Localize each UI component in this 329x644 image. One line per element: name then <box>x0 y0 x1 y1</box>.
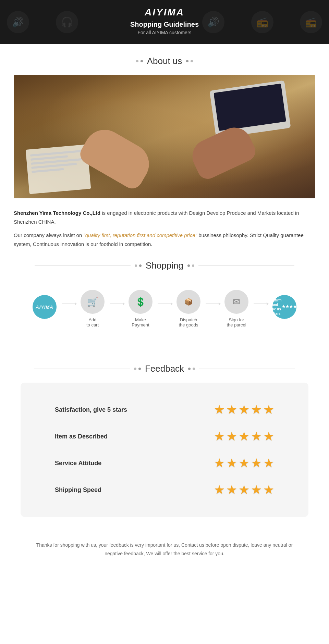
divider-dots-right <box>186 60 193 62</box>
star-3: ★ <box>239 402 249 417</box>
divider-line-right <box>199 369 295 369</box>
paper-line <box>30 150 84 157</box>
dot <box>191 60 193 62</box>
feedback-card: Satisfaction, give 5 stars ★ ★ ★ ★ ★ Ite… <box>21 383 308 517</box>
star-4: ★ <box>251 429 262 444</box>
shipping-label: Shipping Speed <box>55 486 130 494</box>
feedback-row-described: Item as Described ★ ★ ★ ★ ★ <box>41 423 288 450</box>
highlight-quote: "quality first, reputation first and com… <box>83 232 197 238</box>
star-1: ★ <box>214 456 225 470</box>
star-3: ★ <box>239 429 249 444</box>
about-title: About us <box>147 56 182 66</box>
flow-arrow-1 <box>62 304 75 304</box>
header-title: Shopping Guidelines <box>0 21 329 28</box>
star-1: ★ <box>214 429 225 444</box>
feedback-title: Feedback <box>145 363 184 374</box>
star-5: ★ <box>263 483 274 497</box>
dot <box>135 264 137 267</box>
dot <box>134 368 136 370</box>
header-subtitle: For all AIYIMA customers <box>0 30 329 35</box>
dot <box>139 264 142 267</box>
brand-circle: AIYIMA <box>33 295 57 319</box>
about-paragraph-2: Our company always insist on "quality fi… <box>14 231 315 248</box>
described-label: Item as Described <box>55 433 130 440</box>
divider-line-right <box>197 61 293 61</box>
divider-dots-left <box>136 60 143 62</box>
footer-text: Thanks for shopping with us, your feedba… <box>0 531 329 572</box>
divider-line-right <box>198 265 294 266</box>
feedback-divider: Feedback <box>14 363 315 374</box>
dot <box>187 264 190 267</box>
feedback-section: Feedback Satisfaction, give 5 stars ★ ★ … <box>0 363 329 531</box>
flow-step-confirm: Confirm andgive us 5 stars ★★★ ★★ <box>267 295 302 322</box>
about-text: Shenzhen Yima Technology Co.,Ltd is enga… <box>14 209 315 248</box>
divider-line-left <box>34 369 130 369</box>
star-2: ★ <box>226 402 237 417</box>
star-3: ★ <box>239 456 249 470</box>
dispatch-circle: 📦 <box>176 290 200 314</box>
flow-arrow-4 <box>206 304 219 304</box>
shopping-section: Shopping AIYIMA 🛒 Addto cart 💲 MakePayme… <box>0 260 329 351</box>
star-1: ★ <box>214 402 225 417</box>
shopping-title: Shopping <box>146 260 183 271</box>
divider-dots-left <box>135 264 142 267</box>
divider-dots-left <box>134 368 141 370</box>
divider-dots-right <box>187 264 194 267</box>
flow-step-dispatch: 📦 Dispatchthe goods <box>171 290 206 327</box>
described-stars: ★ ★ ★ ★ ★ <box>214 429 274 444</box>
about-section: About us Shenzhen Yima Technology Co.,Lt… <box>0 56 329 248</box>
header: 🔊 🎧 🔊 📻 📻 AIYIMA Shopping Guidelines For… <box>0 0 329 44</box>
service-stars: ★ ★ ★ ★ ★ <box>214 456 274 470</box>
divider-dots-right <box>188 368 195 370</box>
flow-label-cart: Addto cart <box>86 317 99 327</box>
star-4: ★ <box>251 456 262 470</box>
flow-arrow-5 <box>254 304 267 304</box>
flow-step-cart: 🛒 Addto cart <box>75 290 110 327</box>
dot <box>193 368 195 370</box>
star-4: ★ <box>251 483 262 497</box>
dot <box>192 264 194 267</box>
star-1: ★ <box>214 483 225 497</box>
shopping-divider: Shopping <box>14 260 315 271</box>
star-2: ★ <box>226 483 237 497</box>
flow-label-sign: Sign forthe parcel <box>227 317 246 327</box>
star-5: ★ <box>263 402 274 417</box>
confirm-circle: Confirm andgive us 5 stars ★★★ ★★ <box>272 295 296 319</box>
dot <box>188 368 191 370</box>
sign-circle: ✉ <box>224 290 248 314</box>
flow-arrow-3 <box>158 304 171 304</box>
paper-lines <box>26 144 90 180</box>
star-4: ★ <box>251 402 262 417</box>
flow-arrow-2 <box>110 304 123 304</box>
flow-label-dispatch: Dispatchthe goods <box>179 317 198 327</box>
shipping-stars: ★ ★ ★ ★ ★ <box>214 483 274 497</box>
payment-circle: 💲 <box>129 290 153 314</box>
shopping-flow: AIYIMA 🛒 Addto cart 💲 MakePayment 📦 Disp… <box>14 280 315 338</box>
about-paragraph-1: Shenzhen Yima Technology Co.,Ltd is enga… <box>14 209 315 226</box>
star-2: ★ <box>226 429 237 444</box>
feedback-row-satisfaction: Satisfaction, give 5 stars ★ ★ ★ ★ ★ <box>41 396 288 423</box>
divider-line-left <box>35 265 131 266</box>
feedback-row-service: Service Attitude ★ ★ ★ ★ ★ <box>41 450 288 476</box>
flow-label-payment: MakePayment <box>132 317 149 327</box>
dot <box>186 60 188 62</box>
paper-line <box>32 168 64 173</box>
company-name: Shenzhen Yima Technology Co.,Ltd <box>14 210 100 216</box>
star-2: ★ <box>226 456 237 470</box>
about-divider: About us <box>0 56 329 66</box>
brand-logo: AIYIMA <box>0 7 329 18</box>
satisfaction-stars: ★ ★ ★ ★ ★ <box>214 402 274 417</box>
service-label: Service Attitude <box>55 460 130 467</box>
star-3: ★ <box>239 483 249 497</box>
feedback-row-shipping: Shipping Speed ★ ★ ★ ★ ★ <box>41 476 288 503</box>
cart-circle: 🛒 <box>81 290 105 314</box>
dot <box>136 60 138 62</box>
star-5: ★ <box>263 456 274 470</box>
divider-line-left <box>36 61 132 61</box>
star-5: ★ <box>263 429 274 444</box>
flow-step-brand: AIYIMA <box>27 295 62 322</box>
about-image <box>14 75 315 198</box>
satisfaction-label: Satisfaction, give 5 stars <box>55 406 130 413</box>
flow-step-payment: 💲 MakePayment <box>123 290 158 327</box>
dot <box>138 368 141 370</box>
